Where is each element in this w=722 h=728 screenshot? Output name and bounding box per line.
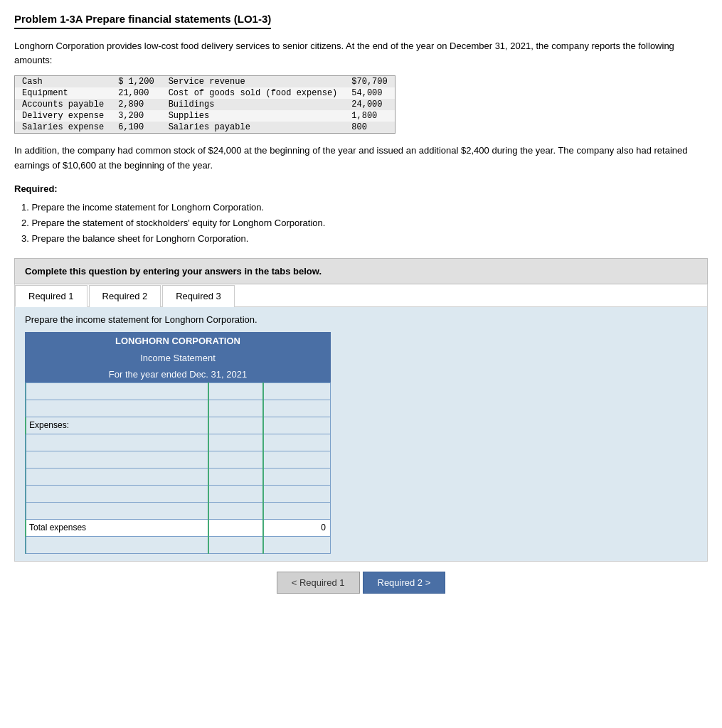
is-num-cell2-1[interactable]	[263, 382, 330, 400]
is-label-input-2[interactable]	[26, 400, 208, 417]
requirement-item: 1. Prepare the income statement for Long…	[21, 200, 708, 215]
is-expenses-num2	[263, 417, 330, 434]
table-cell: Cost of goods sold (food expense)	[161, 87, 345, 99]
is-exp-num2-2[interactable]	[264, 451, 330, 468]
is-exp-num2-3[interactable]	[264, 469, 330, 485]
table-row	[26, 400, 331, 417]
table-cell: Equipment	[15, 87, 112, 99]
total-expenses-label: Total expenses	[26, 519, 208, 536]
is-exp-label-3[interactable]	[26, 469, 208, 485]
is-net-num2[interactable]	[264, 537, 330, 553]
table-cell: 3,200	[111, 110, 161, 122]
table-cell: $ 1,200	[111, 76, 161, 88]
is-exp-label-5[interactable]	[26, 503, 208, 519]
tabs-row: Required 1Required 2Required 3	[15, 284, 707, 307]
table-cell: Salaries expense	[15, 122, 112, 134]
is-num-cell1-1[interactable]	[208, 382, 263, 400]
is-table: Expenses:	[25, 382, 331, 554]
table-row	[26, 451, 331, 468]
is-num-input2-1[interactable]	[264, 383, 330, 400]
table-cell: Salaries payable	[161, 122, 345, 134]
table-cell: 21,000	[111, 87, 161, 99]
table-cell: 800	[344, 122, 395, 134]
table-row	[26, 382, 331, 400]
is-exp-num1-1[interactable]	[209, 434, 262, 451]
additional-text: In addition, the company had common stoc…	[14, 144, 708, 173]
tab-required-3[interactable]: Required 3	[162, 285, 235, 307]
requirement-item: 3. Prepare the balance sheet for Longhor…	[21, 231, 708, 247]
table-row	[26, 536, 331, 553]
is-period: For the year ended Dec. 31, 2021	[25, 366, 331, 382]
intro-text: Longhorn Corporation provides low-cost f…	[14, 39, 708, 67]
tab-instruction: Prepare the income statement for Longhor…	[25, 314, 697, 325]
data-table: Cash$ 1,200Service revenue$70,700Equipme…	[14, 75, 395, 134]
is-company-name: LONGHORN CORPORATION	[25, 332, 331, 350]
table-cell: 6,100	[111, 122, 161, 134]
table-cell: Buildings	[161, 99, 345, 110]
income-statement: LONGHORN CORPORATION Income Statement Fo…	[25, 332, 331, 554]
table-row	[26, 468, 331, 485]
is-exp-label-1[interactable]	[26, 434, 208, 451]
table-row: Expenses:	[26, 417, 331, 434]
is-num-cell1-2[interactable]	[208, 400, 263, 417]
total-expenses-num1	[208, 519, 263, 536]
is-label-input-1[interactable]	[26, 383, 208, 400]
table-cell: Cash	[15, 76, 112, 88]
table-cell: Accounts payable	[15, 99, 112, 110]
table-cell: Supplies	[161, 110, 345, 122]
nav-buttons: < Required 1 Required 2 >	[14, 572, 708, 594]
requirement-item: 2. Prepare the statement of stockholders…	[21, 215, 708, 231]
is-exp-num1-4[interactable]	[209, 486, 262, 502]
next-button[interactable]: Required 2 >	[363, 572, 446, 594]
is-label-cell-1[interactable]	[26, 382, 208, 400]
tab-content: Prepare the income statement for Longhor…	[15, 307, 707, 561]
table-cell: 54,000	[344, 87, 395, 99]
tab-required-1[interactable]: Required 1	[15, 285, 87, 307]
table-cell: 1,800	[344, 110, 395, 122]
requirements-list: 1. Prepare the income statement for Long…	[14, 200, 708, 247]
is-num-input1-1[interactable]	[209, 383, 262, 400]
total-expenses-row: Total expenses 0	[26, 519, 331, 536]
table-row	[26, 485, 331, 502]
is-num-input2-2[interactable]	[264, 400, 330, 417]
is-expenses-label: Expenses:	[26, 417, 208, 434]
is-net-num1[interactable]	[209, 537, 262, 553]
table-cell: Service revenue	[161, 76, 345, 88]
total-expenses-value: 0	[263, 519, 330, 536]
table-cell: $70,700	[344, 76, 395, 88]
is-expenses-num1	[208, 417, 263, 434]
is-exp-label-4[interactable]	[26, 486, 208, 502]
is-num-input1-2[interactable]	[209, 400, 262, 417]
tab-required-2[interactable]: Required 2	[89, 285, 161, 307]
prev-button[interactable]: < Required 1	[277, 572, 360, 594]
table-cell: 24,000	[344, 99, 395, 110]
required-header: Required:	[14, 183, 708, 194]
is-exp-num2-4[interactable]	[264, 486, 330, 502]
is-exp-num1-3[interactable]	[209, 469, 262, 485]
table-cell: Delivery expense	[15, 110, 112, 122]
is-exp-num1-5[interactable]	[209, 503, 262, 519]
is-subtitle: Income Statement	[25, 350, 331, 366]
is-exp-num1-2[interactable]	[209, 451, 262, 468]
is-net-label[interactable]	[26, 537, 208, 553]
is-exp-num2-5[interactable]	[264, 503, 330, 519]
is-exp-num2-1[interactable]	[264, 434, 330, 451]
problem-title: Problem 1-3A Prepare financial statement…	[14, 13, 271, 29]
is-label-cell-2[interactable]	[26, 400, 208, 417]
table-row	[26, 434, 331, 451]
is-num-cell2-2[interactable]	[263, 400, 330, 417]
table-cell: 2,800	[111, 99, 161, 110]
is-exp-label-2[interactable]	[26, 451, 208, 468]
complete-box: Complete this question by entering your …	[14, 258, 708, 284]
table-row	[26, 502, 331, 519]
